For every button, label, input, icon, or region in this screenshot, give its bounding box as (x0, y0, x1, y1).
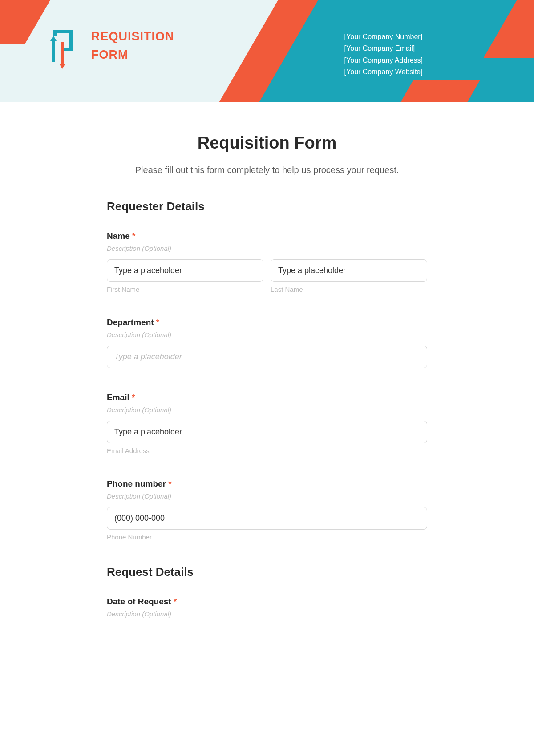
first-name-sublabel: First Name (107, 286, 263, 293)
logo-area: REQUISITION FORM (47, 22, 174, 69)
logo-title-line2: FORM (91, 46, 174, 64)
required-indicator: * (132, 231, 135, 241)
field-name-label: Name * (107, 231, 427, 241)
email-input[interactable] (107, 421, 427, 443)
header-banner: REQUISITION FORM [Your Company Number] [… (0, 0, 534, 102)
department-input[interactable] (107, 346, 427, 368)
logo-title-line1: REQUISITION (91, 28, 174, 46)
field-date-description: Description (Optional) (107, 610, 427, 618)
field-department: Department * Description (Optional) (107, 318, 427, 368)
label-text: Name (107, 231, 130, 241)
label-text: Department (107, 318, 154, 327)
field-name: Name * Description (Optional) First Name… (107, 231, 427, 293)
company-address: [Your Company Address] (344, 55, 423, 66)
company-website: [Your Company Website] (344, 66, 423, 78)
field-department-description: Description (Optional) (107, 331, 427, 338)
field-phone: Phone number * Description (Optional) Ph… (107, 479, 427, 541)
required-indicator: * (156, 318, 159, 327)
company-email: [Your Company Email] (344, 43, 423, 54)
first-name-input[interactable] (107, 259, 263, 282)
field-department-label: Department * (107, 318, 427, 327)
field-date: Date of Request * Description (Optional) (107, 597, 427, 618)
section-requester-title: Requester Details (107, 200, 427, 213)
phone-sublabel: Phone Number (107, 533, 427, 541)
field-email-label: Email * (107, 393, 427, 402)
field-name-description: Description (Optional) (107, 245, 427, 252)
last-name-sublabel: Last Name (271, 286, 427, 293)
company-number: [Your Company Number] (344, 31, 423, 43)
field-email: Email * Description (Optional) Email Add… (107, 393, 427, 454)
logo-title: REQUISITION FORM (91, 28, 174, 64)
label-text: Phone number (107, 479, 166, 488)
logo-icon (47, 22, 76, 69)
field-email-description: Description (Optional) (107, 406, 427, 414)
field-phone-description: Description (Optional) (107, 492, 427, 500)
email-sublabel: Email Address (107, 447, 427, 454)
form-content: Requisition Form Please fill out this fo… (98, 102, 436, 660)
required-indicator: * (168, 479, 171, 488)
label-text: Date of Request (107, 597, 171, 606)
phone-input[interactable] (107, 507, 427, 530)
required-indicator: * (132, 393, 135, 402)
label-text: Email (107, 393, 129, 402)
required-indicator: * (174, 597, 177, 606)
field-date-label: Date of Request * (107, 597, 427, 607)
section-request-title: Request Details (107, 565, 427, 579)
field-phone-label: Phone number * (107, 479, 427, 489)
company-info: [Your Company Number] [Your Company Emai… (344, 31, 423, 78)
page-subtitle: Please fill out this form completely to … (107, 165, 427, 175)
page-title: Requisition Form (107, 133, 427, 153)
last-name-input[interactable] (271, 259, 427, 282)
